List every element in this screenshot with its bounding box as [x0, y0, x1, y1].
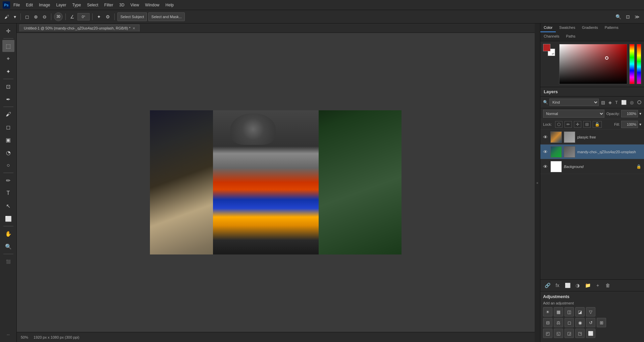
black-white-btn[interactable]: ◻ — [565, 318, 574, 327]
new-layer-btn[interactable]: + — [593, 281, 602, 290]
selective-color-btn[interactable]: ⬜ — [586, 329, 595, 338]
type-tool[interactable]: T — [2, 187, 14, 199]
vibrance-btn[interactable]: ▽ — [586, 307, 595, 317]
curves-btn[interactable]: ◫ — [565, 307, 574, 317]
menu-image[interactable]: Image — [36, 1, 53, 9]
color-balance-btn[interactable]: ⚖ — [554, 318, 563, 327]
link-layers-btn[interactable]: 🔗 — [543, 281, 552, 290]
filter-toggle-dot[interactable] — [637, 100, 641, 104]
menu-file[interactable]: File — [11, 1, 22, 9]
tab-paths[interactable]: Paths — [562, 32, 579, 41]
layer-item-1[interactable]: 👁 plasyic free — [540, 130, 644, 145]
lasso-tool[interactable]: ⌖ — [2, 53, 14, 65]
tab-color[interactable]: Color — [540, 23, 556, 32]
lock-pixels-btn[interactable]: ✏ — [565, 121, 572, 128]
filter-pixel-btn[interactable]: ▨ — [600, 100, 606, 105]
menu-select[interactable]: Select — [84, 1, 101, 9]
layer-2-visibility[interactable]: 👁 — [543, 149, 548, 155]
tab-channels[interactable]: Channels — [540, 32, 562, 41]
search-icon[interactable]: 🔍 — [614, 12, 623, 21]
color-spectrum-bar[interactable] — [637, 44, 641, 84]
color-lookup-btn[interactable]: ⊞ — [597, 318, 606, 327]
layer-3-visibility[interactable]: 👁 — [543, 164, 548, 169]
posterize-btn[interactable]: ◱ — [554, 329, 563, 338]
crop-tool[interactable]: ⊡ — [2, 80, 14, 93]
lock-all-btn[interactable]: 🔒 — [593, 121, 602, 128]
color-gradient-picker[interactable] — [559, 44, 627, 84]
hand-tool[interactable]: ✋ — [2, 228, 14, 240]
tab-swatches[interactable]: Swatches — [556, 23, 579, 32]
tab-gradients[interactable]: Gradients — [579, 23, 601, 32]
dodge-tool[interactable]: ○ — [2, 159, 14, 171]
tab-patterns[interactable]: Patterns — [601, 23, 622, 32]
refine-edge-btn[interactable]: ✦ — [95, 12, 103, 21]
levels-btn[interactable]: ▦ — [554, 307, 563, 317]
swap-icon[interactable]: ⇄ — [552, 52, 554, 55]
more-icon[interactable]: ≫ — [633, 12, 641, 21]
layer-item-2[interactable]: 👁 mandy-choi-_qZ0us4az20-unsplash — [540, 145, 644, 159]
invert-btn[interactable]: ◰ — [543, 329, 552, 338]
filter-smart-btn[interactable]: ◎ — [629, 100, 635, 105]
lock-artboard-btn[interactable]: ⊟ — [583, 121, 591, 128]
menu-3d[interactable]: 3D — [116, 1, 127, 9]
select-subject-btn[interactable]: Select Subject — [117, 12, 147, 21]
tab-close-btn[interactable]: ✕ — [132, 26, 135, 30]
menu-layer[interactable]: Layer — [53, 1, 69, 9]
move-tool[interactable]: ✛ — [2, 25, 14, 37]
brush-preset-btn[interactable]: ▾ — [12, 12, 18, 21]
arrange-icon[interactable]: ⊡ — [624, 12, 632, 21]
canvas-tab-1[interactable]: Untitled-1 @ 50% (mandy-choi-_qZ0us4az20… — [19, 24, 140, 32]
layer-1-visibility[interactable]: 👁 — [543, 134, 548, 140]
add-mask-btn[interactable]: ⬜ — [563, 281, 572, 290]
marquee-tool[interactable]: ⬚ — [2, 40, 14, 52]
lock-position-btn[interactable]: ✛ — [574, 121, 581, 128]
blend-mode-select[interactable]: Normal — [543, 110, 604, 118]
layer-item-3[interactable]: 👁 Background 🔒 — [540, 159, 644, 174]
opacity-dropdown-btn[interactable]: ▾ — [639, 111, 641, 116]
zoom-tool[interactable]: 🔍 — [2, 240, 14, 252]
brush-tool[interactable]: 🖌 — [2, 108, 14, 120]
filter-adjust-btn[interactable]: ◈ — [607, 100, 613, 105]
canvas-viewport[interactable] — [17, 33, 535, 332]
extra-tools-btn[interactable]: ··· — [2, 329, 14, 341]
fill-input[interactable] — [621, 121, 638, 128]
hue-slider[interactable] — [629, 44, 635, 84]
selection-mode-1[interactable]: ◻ — [23, 12, 31, 21]
adjustment-btn[interactable]: ◑ — [573, 281, 582, 290]
layer-filter-select[interactable]: Kind — [549, 99, 599, 106]
collapse-panel-btn[interactable]: « — [535, 23, 540, 342]
wand-tool[interactable]: ✦ — [2, 65, 14, 77]
blur-tool[interactable]: ◔ — [2, 147, 14, 159]
settings-btn[interactable]: ⚙ — [104, 12, 112, 21]
selection-mode-2[interactable]: ⊕ — [32, 12, 40, 21]
channel-mixer-btn[interactable]: ↺ — [586, 318, 595, 327]
eraser-tool[interactable]: ◻ — [2, 121, 14, 133]
angle-input[interactable] — [77, 13, 90, 20]
lock-transparent-btn[interactable]: ⬡ — [555, 121, 562, 128]
brightness-btn[interactable]: ☀ — [543, 307, 552, 317]
gradient-map-btn[interactable]: ◳ — [575, 329, 585, 338]
path-selection-tool[interactable]: ↖ — [2, 200, 14, 212]
exposure-btn[interactable]: ◪ — [575, 307, 585, 317]
photo-filter-btn[interactable]: ◉ — [575, 318, 585, 327]
foreground-bg-color[interactable]: ⬛ — [2, 255, 14, 268]
add-style-btn[interactable]: fx — [553, 281, 562, 290]
pen-tool[interactable]: ✏ — [2, 174, 14, 186]
hsl-btn[interactable]: ⊟ — [543, 318, 552, 327]
eyedropper-tool[interactable]: ✒ — [2, 93, 14, 105]
foreground-swatch[interactable] — [543, 44, 550, 51]
brush-tool-btn[interactable]: 🖌 — [3, 12, 11, 21]
selection-mode-3[interactable]: ⊖ — [41, 12, 48, 21]
gradient-tool[interactable]: ▣ — [2, 134, 14, 146]
opacity-input[interactable] — [621, 110, 638, 117]
filter-shape-btn[interactable]: ⬜ — [620, 100, 628, 105]
menu-window[interactable]: Window — [143, 1, 162, 9]
select-mask-btn[interactable]: Select and Mask... — [148, 12, 185, 21]
fill-dropdown-btn[interactable]: ▾ — [639, 122, 641, 127]
group-layers-btn[interactable]: 📁 — [583, 281, 592, 290]
menu-edit[interactable]: Edit — [23, 1, 36, 9]
menu-help[interactable]: Help — [163, 1, 176, 9]
menu-type[interactable]: Type — [69, 1, 84, 9]
filter-type-btn[interactable]: T — [614, 100, 619, 105]
shape-tool[interactable]: ⬜ — [2, 213, 14, 225]
